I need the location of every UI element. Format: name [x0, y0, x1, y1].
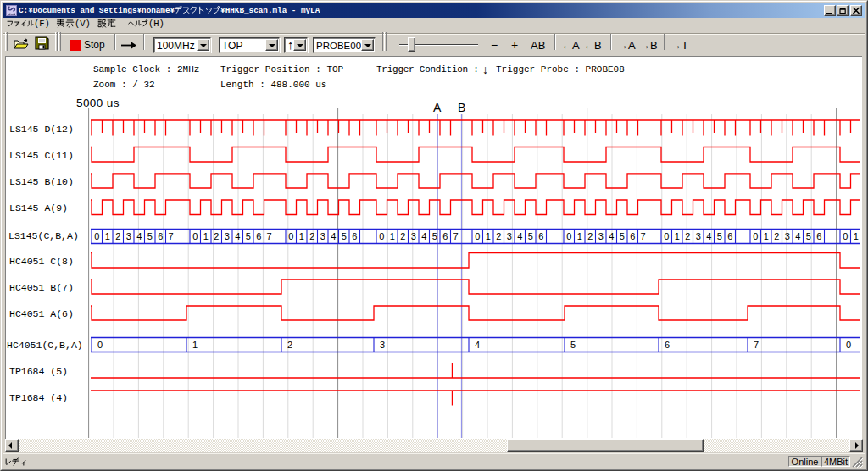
svg-text:1: 1	[203, 231, 209, 241]
svg-text:3: 3	[225, 231, 230, 241]
svg-text:3: 3	[411, 231, 416, 241]
svg-text:5000 us: 5000 us	[76, 97, 120, 109]
svg-text:2: 2	[214, 231, 219, 241]
svg-text:B: B	[458, 101, 465, 114]
svg-text:HC4051 C(8): HC4051 C(8)	[9, 256, 74, 267]
svg-text:0: 0	[288, 231, 293, 241]
svg-text:3: 3	[507, 231, 512, 241]
svg-text:3: 3	[126, 231, 131, 241]
svg-text:6: 6	[256, 231, 261, 241]
svg-text:LS145 B(10): LS145 B(10)	[9, 176, 74, 187]
svg-text:7: 7	[754, 340, 759, 350]
svg-text:2: 2	[309, 231, 314, 241]
svg-text:0: 0	[379, 231, 384, 241]
svg-text:7: 7	[453, 231, 458, 241]
svg-text:0: 0	[753, 231, 758, 241]
svg-text:2: 2	[685, 231, 690, 241]
svg-text:6: 6	[727, 231, 732, 241]
svg-text:6: 6	[630, 231, 635, 241]
svg-text:LS145 A(9): LS145 A(9)	[9, 202, 68, 213]
svg-text:5: 5	[570, 340, 576, 350]
svg-text:0: 0	[94, 231, 99, 241]
svg-text:0: 0	[192, 231, 198, 241]
svg-text:4: 4	[331, 231, 336, 241]
svg-text:0: 0	[475, 231, 480, 241]
svg-text:HC4051 B(7): HC4051 B(7)	[9, 282, 74, 293]
svg-text:1: 1	[764, 231, 769, 241]
svg-text:4: 4	[517, 231, 522, 241]
svg-text:1: 1	[105, 231, 110, 241]
svg-text:4: 4	[136, 231, 142, 241]
svg-text:2: 2	[400, 231, 405, 241]
svg-text:4: 4	[609, 231, 614, 241]
svg-text:4: 4	[421, 231, 426, 241]
svg-text:4: 4	[475, 340, 480, 350]
svg-text:4: 4	[235, 231, 240, 241]
svg-text:6: 6	[816, 231, 821, 241]
svg-text:5: 5	[342, 231, 347, 241]
svg-text:2: 2	[287, 340, 292, 350]
svg-text:A: A	[433, 101, 442, 114]
svg-text:5: 5	[717, 231, 722, 241]
svg-text:2: 2	[496, 231, 501, 241]
svg-text:3: 3	[380, 340, 385, 350]
svg-text:2: 2	[774, 231, 779, 241]
svg-text:5: 5	[432, 231, 437, 241]
svg-text:4: 4	[706, 231, 711, 241]
svg-text:1: 1	[192, 340, 198, 350]
svg-text:7: 7	[266, 231, 271, 241]
svg-text:0: 0	[97, 340, 103, 350]
svg-text:6: 6	[352, 231, 357, 241]
svg-text:5: 5	[620, 231, 625, 241]
svg-text:6: 6	[538, 231, 543, 241]
svg-text:LS145 D(12): LS145 D(12)	[9, 124, 74, 135]
svg-text:0: 0	[843, 231, 848, 241]
svg-text:7: 7	[640, 231, 645, 241]
svg-text:2: 2	[587, 231, 593, 241]
svg-text:1: 1	[486, 231, 491, 241]
svg-text:1: 1	[577, 231, 582, 241]
svg-text:TP1684 (5): TP1684 (5)	[9, 366, 68, 377]
svg-text:HC4051(C,B,A): HC4051(C,B,A)	[7, 340, 83, 351]
svg-text:1: 1	[675, 231, 680, 241]
svg-text:1: 1	[299, 231, 304, 241]
svg-text:6: 6	[158, 231, 163, 241]
svg-text:0: 0	[566, 231, 571, 241]
svg-text:1: 1	[854, 231, 859, 241]
svg-text:2: 2	[115, 231, 120, 241]
svg-text:TP1684 (4): TP1684 (4)	[9, 392, 68, 403]
svg-text:3: 3	[320, 231, 326, 241]
svg-text:0: 0	[846, 340, 851, 350]
svg-text:6: 6	[665, 340, 670, 350]
svg-text:0: 0	[664, 231, 669, 241]
svg-text:LS145 C(11): LS145 C(11)	[9, 150, 74, 161]
svg-text:3: 3	[598, 231, 604, 241]
svg-text:7: 7	[168, 231, 173, 241]
svg-text:6: 6	[442, 231, 448, 241]
svg-text:3: 3	[785, 231, 790, 241]
svg-text:LS145(C,B,A): LS145(C,B,A)	[8, 230, 79, 241]
svg-text:5: 5	[147, 231, 153, 241]
svg-text:4: 4	[795, 231, 800, 241]
svg-text:3: 3	[696, 231, 701, 241]
svg-text:HC4051 A(6): HC4051 A(6)	[9, 308, 74, 319]
svg-text:1: 1	[390, 231, 395, 241]
svg-text:5: 5	[246, 231, 251, 241]
svg-text:5: 5	[528, 231, 533, 241]
svg-text:5: 5	[806, 231, 811, 241]
